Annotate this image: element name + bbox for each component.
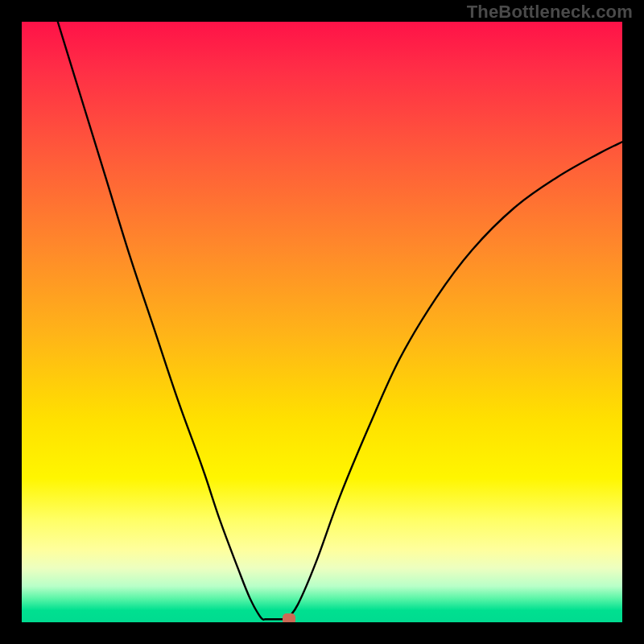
watermark-text: TheBottleneck.com bbox=[467, 2, 633, 23]
bottleneck-curve bbox=[58, 22, 622, 620]
chart-frame: TheBottleneck.com bbox=[0, 0, 644, 644]
optimum-marker bbox=[283, 613, 295, 622]
plot-area bbox=[22, 22, 622, 622]
curve-layer bbox=[22, 22, 622, 622]
